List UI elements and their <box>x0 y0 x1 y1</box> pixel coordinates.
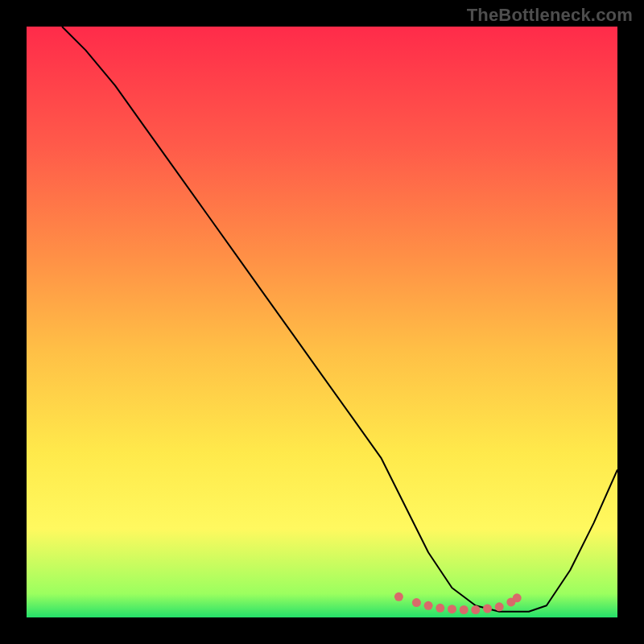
optimal-marker <box>448 605 456 613</box>
optimal-marker <box>471 605 480 614</box>
optimal-marker <box>394 592 403 601</box>
chart-frame: TheBottleneck.com <box>0 0 644 644</box>
bottleneck-curve <box>62 27 617 612</box>
optimal-marker <box>513 593 522 602</box>
optimal-marker <box>495 602 504 611</box>
watermark-text: TheBottleneck.com <box>467 5 633 26</box>
optimal-marker <box>412 598 421 607</box>
optimal-marker <box>424 601 433 610</box>
optimal-marker <box>436 604 444 613</box>
optimal-marker <box>460 605 469 614</box>
chart-svg <box>27 27 617 617</box>
optimal-marker <box>483 605 492 613</box>
